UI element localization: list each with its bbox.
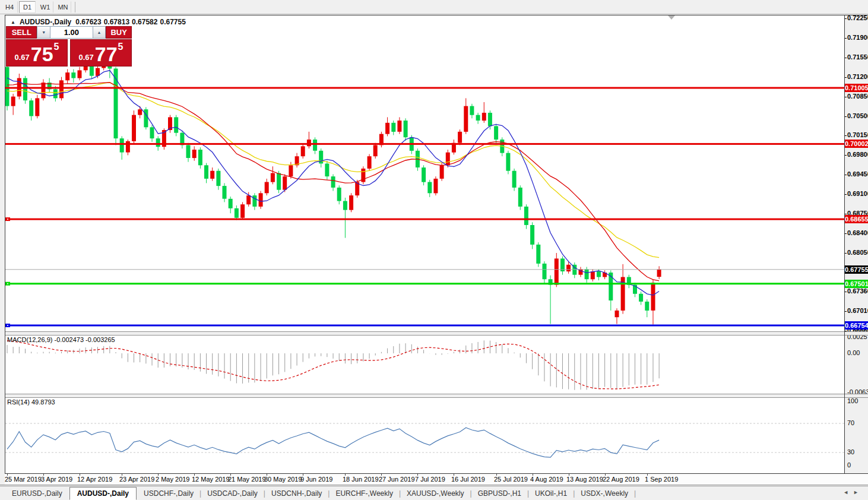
ohlc-open: 0.67623 bbox=[75, 18, 101, 26]
rsi-scale-tick: 0 bbox=[847, 461, 851, 469]
buy-price-small: 0.67 bbox=[78, 53, 93, 62]
date-tick: 25 Jul 2019 bbox=[494, 476, 528, 483]
chart-tab-eurusd[interactable]: EURUSD-,Daily bbox=[6, 488, 68, 499]
rsi-scale-tick: 70 bbox=[847, 419, 854, 426]
toolbar-separator bbox=[75, 2, 75, 12]
ohlc-close: 0.67755 bbox=[160, 18, 185, 26]
chart-title: ▲ AUDUSD-,Daily 0.67623 0.67813 0.67582 … bbox=[11, 18, 186, 26]
pane-splitter[interactable] bbox=[5, 331, 868, 336]
price-tick: 0.71200 bbox=[847, 73, 868, 80]
date-tick: 9 Jun 2019 bbox=[300, 476, 332, 483]
volume-increase-button[interactable]: ▲ bbox=[93, 26, 106, 39]
date-tick: 22 Aug 2019 bbox=[603, 476, 639, 483]
collapse-trade-panel-icon[interactable]: ▲ bbox=[11, 20, 15, 25]
sell-price-small: 0.67 bbox=[14, 53, 29, 62]
timeframe-button-w1[interactable]: W1 bbox=[37, 1, 53, 13]
date-tick: 27 Jun 2019 bbox=[379, 476, 415, 483]
date-tick: 7 Jul 2019 bbox=[415, 476, 445, 483]
date-tick: 12 May 2019 bbox=[192, 476, 230, 483]
price-tick: 0.71900 bbox=[847, 34, 868, 41]
chart-tab-ukoil[interactable]: UKOil-,H1 bbox=[529, 488, 573, 499]
rsi-scale-tick: 100 bbox=[847, 397, 858, 404]
chart-tab-gbpusd[interactable]: GBPUSD-,H1 bbox=[472, 488, 527, 499]
date-tick: 25 Mar 2019 bbox=[5, 476, 42, 483]
date-tick: 23 Apr 2019 bbox=[119, 476, 154, 483]
date-tick: 3 Apr 2019 bbox=[41, 476, 72, 483]
date-tick: 13 Aug 2019 bbox=[566, 476, 603, 483]
chart-tab-audusd[interactable]: AUDUSD-,Daily bbox=[69, 487, 137, 500]
hline-price-label: 0.70002 bbox=[845, 140, 868, 148]
chart-tab-xauusd[interactable]: XAUUSD-,Weekly bbox=[401, 488, 470, 499]
macd-pane[interactable] bbox=[5, 334, 844, 394]
chart-tab-usdcnh[interactable]: USDCNH-,Daily bbox=[265, 488, 328, 499]
price-tick: 0.69800 bbox=[847, 151, 868, 158]
hline-price-label: 0.67501 bbox=[845, 280, 868, 288]
sell-price-sup: 5 bbox=[54, 42, 59, 52]
date-tick: 21 May 2019 bbox=[228, 476, 266, 483]
triangle-down-icon: ▼ bbox=[42, 30, 46, 34]
chart-tab-eurchf[interactable]: EURCHF-,Weekly bbox=[330, 488, 398, 499]
price-tick: 0.67010 bbox=[847, 307, 868, 314]
rsi-value: 49.8793 bbox=[31, 398, 55, 406]
volume-decrease-button[interactable]: ▼ bbox=[37, 26, 50, 39]
price-tick: 0.70150 bbox=[847, 131, 868, 138]
chart-tab-usdx[interactable]: USDX-,Weekly bbox=[575, 488, 634, 499]
timeframe-button-h4[interactable]: H4 bbox=[1, 1, 18, 13]
chart-shift-marker[interactable] bbox=[668, 15, 675, 20]
date-tick: 1 Sep 2019 bbox=[645, 476, 678, 483]
price-tick: 0.67360 bbox=[847, 287, 868, 295]
tabs-scroll-left-icon[interactable]: ◄ bbox=[843, 489, 853, 495]
hline-price-label: 0.71005 bbox=[845, 84, 868, 92]
hline-price-label: 0.68655 bbox=[845, 215, 868, 223]
price-tick: 0.68400 bbox=[847, 229, 868, 236]
timeframe-button-d1[interactable]: D1 bbox=[19, 1, 36, 13]
buy-price-big: 77 bbox=[95, 42, 118, 66]
buy-price-sup: 5 bbox=[118, 42, 123, 52]
ohlc-high: 0.67813 bbox=[104, 18, 129, 26]
pane-splitter[interactable] bbox=[5, 394, 868, 398]
date-tick: 18 Jun 2019 bbox=[343, 476, 379, 483]
price-tick: 0.70850 bbox=[847, 93, 868, 100]
date-tick: 12 Apr 2019 bbox=[77, 476, 112, 483]
ohlc-low: 0.67582 bbox=[132, 18, 157, 26]
tabs-scroll-right-icon[interactable]: ► bbox=[853, 489, 863, 495]
timeframe-button-mn[interactable]: MN bbox=[55, 1, 71, 13]
tab-separator: | bbox=[634, 489, 636, 498]
triangle-up-icon: ▲ bbox=[97, 30, 102, 34]
volume-input[interactable] bbox=[50, 26, 93, 39]
date-tick: 30 May 2019 bbox=[264, 476, 302, 483]
price-tick: 0.69450 bbox=[847, 170, 868, 178]
timeframe-toolbar: H4D1W1MN bbox=[0, 0, 868, 14]
price-tick: 0.70500 bbox=[847, 112, 868, 119]
rsi-pane[interactable] bbox=[5, 397, 844, 473]
sell-price-big: 75 bbox=[31, 42, 53, 66]
rsi-label: RSI(14) 49.8793 bbox=[7, 398, 55, 406]
macd-scale-tick: 0.00 bbox=[847, 349, 860, 356]
chart-tab-usdchf[interactable]: USDCHF-,Daily bbox=[138, 488, 199, 499]
hline-price-label: 0.66754 bbox=[845, 321, 868, 330]
date-tick: 16 Jul 2019 bbox=[451, 476, 485, 483]
current-price-label: 0.67755 bbox=[845, 265, 868, 274]
date-tick: 2 May 2019 bbox=[156, 476, 189, 483]
symbol-period-label: AUDUSD-,Daily bbox=[20, 18, 71, 26]
buy-price-display[interactable]: 0.67 77 5 bbox=[70, 39, 132, 67]
one-click-trading-panel: SELL ▼ ▲ BUY 0.67 75 5 0.67 77 5 bbox=[6, 26, 132, 67]
price-tick: 0.69100 bbox=[847, 190, 868, 197]
date-tick: 4 Aug 2019 bbox=[530, 476, 563, 483]
rsi-scale-tick: 30 bbox=[847, 448, 854, 455]
buy-button[interactable]: BUY bbox=[106, 26, 132, 39]
price-tick: 0.68050 bbox=[847, 249, 868, 256]
macd-label: MACD(12,26,9) -0.002473 -0.003265 bbox=[7, 336, 115, 343]
sell-price-display[interactable]: 0.67 75 5 bbox=[6, 39, 68, 67]
chart-tab-usdcad[interactable]: USDCAD-,Daily bbox=[201, 488, 264, 499]
price-tick: 0.72250 bbox=[847, 14, 868, 21]
sell-button[interactable]: SELL bbox=[6, 26, 37, 39]
trading-terminal: H4D1W1MN ▲ AUDUSD-,Daily 0.67623 0.67813… bbox=[0, 0, 868, 500]
macd-values: -0.002473 -0.003265 bbox=[54, 336, 115, 343]
chart-tabs: EURUSD-,DailyAUDUSD-,DailyUSDCHF-,Daily|… bbox=[0, 486, 868, 500]
price-tick: 0.71550 bbox=[847, 53, 868, 61]
